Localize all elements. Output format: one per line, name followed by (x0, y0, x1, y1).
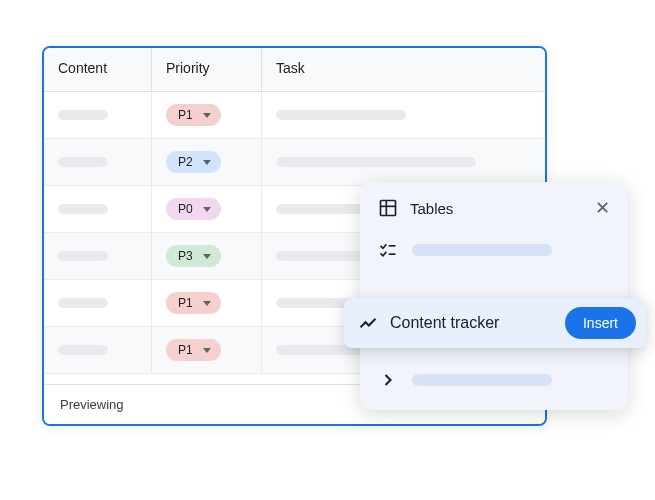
priority-chip[interactable]: P1 (166, 104, 221, 126)
priority-label: P2 (178, 155, 193, 169)
cell-content (44, 327, 152, 373)
table-header-priority: Priority (152, 48, 262, 91)
trend-icon (358, 313, 378, 333)
priority-chip[interactable]: P2 (166, 151, 221, 173)
cell-priority: P3 (152, 233, 262, 279)
priority-chip[interactable]: P3 (166, 245, 221, 267)
placeholder-text (58, 251, 108, 261)
table-header-content: Content (44, 48, 152, 91)
chevron-down-icon (203, 348, 211, 353)
table-icon (378, 198, 398, 218)
chevron-down-icon (203, 207, 211, 212)
cell-content (44, 92, 152, 138)
cell-content (44, 280, 152, 326)
table-row: P1 (44, 92, 545, 139)
placeholder-text (58, 204, 108, 214)
popover-title: Tables (410, 200, 453, 217)
placeholder-text (412, 244, 552, 256)
cell-task (262, 139, 545, 185)
popover-item-content-tracker[interactable]: Content tracker Insert (344, 298, 646, 348)
table-header-row: Content Priority Task (44, 48, 545, 92)
cell-content (44, 186, 152, 232)
cell-priority: P0 (152, 186, 262, 232)
placeholder-text (58, 345, 108, 355)
chevron-down-icon (203, 301, 211, 306)
cell-priority: P1 (152, 280, 262, 326)
placeholder-text (276, 110, 406, 120)
placeholder-text (58, 110, 108, 120)
svg-rect-0 (381, 201, 396, 216)
placeholder-text (412, 374, 552, 386)
priority-chip[interactable]: P0 (166, 198, 221, 220)
priority-label: P1 (178, 296, 193, 310)
table-header-task: Task (262, 48, 545, 91)
content-tracker-label: Content tracker (390, 314, 553, 332)
priority-chip[interactable]: P1 (166, 292, 221, 314)
popover-item-more[interactable] (360, 360, 628, 400)
priority-chip[interactable]: P1 (166, 339, 221, 361)
chevron-down-icon (203, 160, 211, 165)
close-icon[interactable]: ✕ (595, 199, 610, 217)
chevron-down-icon (203, 113, 211, 118)
tables-popover: Tables ✕ (360, 182, 628, 410)
cell-content (44, 233, 152, 279)
popover-header: Tables ✕ (360, 196, 628, 230)
placeholder-text (276, 157, 476, 167)
priority-label: P0 (178, 202, 193, 216)
popover-item-checklist[interactable] (360, 230, 628, 270)
priority-label: P3 (178, 249, 193, 263)
cell-content (44, 139, 152, 185)
placeholder-text (58, 157, 108, 167)
cell-task (262, 92, 545, 138)
cell-priority: P2 (152, 139, 262, 185)
status-text: Previewing (60, 397, 124, 412)
checklist-icon (378, 240, 398, 260)
chevron-down-icon (203, 254, 211, 259)
priority-label: P1 (178, 108, 193, 122)
chevron-right-icon (378, 370, 398, 390)
insert-button[interactable]: Insert (565, 307, 636, 339)
priority-label: P1 (178, 343, 193, 357)
table-row: P2 (44, 139, 545, 186)
cell-priority: P1 (152, 92, 262, 138)
cell-priority: P1 (152, 327, 262, 373)
placeholder-text (58, 298, 108, 308)
